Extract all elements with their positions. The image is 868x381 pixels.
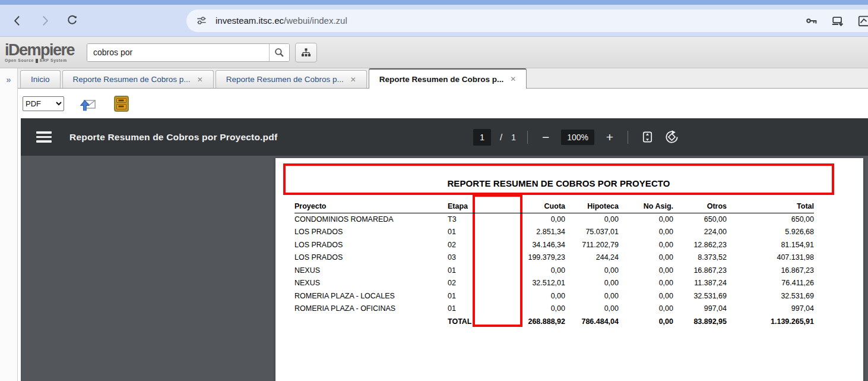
cell-hipoteca: 0,00 xyxy=(565,303,619,316)
cell-no-asig: 0,00 xyxy=(619,251,673,265)
close-icon[interactable]: ✕ xyxy=(197,75,203,84)
pdf-canvas-area[interactable]: REPORTE RESUMEN DE COBROS POR PROYECTO P… xyxy=(21,156,868,381)
fit-page-button[interactable] xyxy=(639,130,655,145)
browser-tab-strip xyxy=(0,0,868,5)
export-format-select[interactable]: PDF xyxy=(23,96,64,111)
col-header-empty xyxy=(473,200,524,213)
col-header-etapa: Etapa xyxy=(448,200,473,213)
table-row: LOS PRADOS 02 34.146,34 711.202,79 0,00 … xyxy=(294,238,814,251)
search-button[interactable] xyxy=(269,44,289,61)
cell-etapa: 02 xyxy=(448,277,473,290)
col-header-hipoteca: Hipoteca xyxy=(565,200,619,213)
tab-label: Inicio xyxy=(31,75,50,84)
zoom-out-button[interactable]: − xyxy=(539,131,552,143)
cell-total: 32.531,69 xyxy=(727,289,814,303)
cell-empty xyxy=(473,315,524,328)
rotate-button[interactable] xyxy=(664,130,679,145)
pdf-controls: / 1 − 100% + xyxy=(473,129,679,146)
cell-total: 5.926,68 xyxy=(727,226,814,239)
cell-empty xyxy=(473,264,524,277)
archive-button[interactable] xyxy=(112,95,131,112)
cell-hipoteca: 0,00 xyxy=(565,289,619,303)
table-row: NEXUS 01 0,00 0,00 0,00 16.867,23 16.867… xyxy=(294,264,814,277)
cell-proyecto: CONDOMINIOS ROMAREDA xyxy=(294,213,448,226)
col-header-total: Total xyxy=(727,200,814,213)
url-bar[interactable]: investeam.itsc.ec/webui/index.zul xyxy=(186,10,868,32)
tab-label: Reporte Resumen de Cobros p... xyxy=(379,75,503,84)
cell-otros: 11.387,24 xyxy=(673,277,727,290)
page-number-input[interactable] xyxy=(473,129,491,146)
send-mail-icon xyxy=(79,96,97,112)
reload-button[interactable] xyxy=(65,14,78,27)
tab-reporte-3-active[interactable]: Reporte Resumen de Cobros p... ✕ xyxy=(369,68,527,89)
cell-etapa: 01 xyxy=(448,226,473,239)
report-title: REPORTE RESUMEN DE COBROS POR PROYECTO xyxy=(447,178,670,188)
col-header-no-asig: No Asig. xyxy=(619,200,673,213)
cell-cuota: 0,00 xyxy=(524,213,565,226)
cell-total: 650,00 xyxy=(727,213,814,226)
tab-reporte-2[interactable]: Reporte Resumen de Cobros p... ✕ xyxy=(216,70,367,88)
cell-proyecto: ROMERIA PLAZA - OFICINAS xyxy=(294,303,448,316)
cell-etapa: 03 xyxy=(448,251,473,265)
cell-proyecto: NEXUS xyxy=(294,277,448,290)
pdf-toolbar: Reporte Resumen de Cobros por Proyecto.p… xyxy=(21,118,868,156)
col-header-otros: Otros xyxy=(673,200,727,213)
cell-etapa: 01 xyxy=(448,289,473,303)
cell-cuota: 0,00 xyxy=(524,289,565,303)
divider xyxy=(527,131,528,144)
key-icon[interactable] xyxy=(805,14,818,27)
cell-cuota: 0,00 xyxy=(524,264,565,277)
cell-otros: 224,00 xyxy=(673,226,727,239)
table-row: ROMERIA PLAZA - OFICINAS 01 0,00 0,00 0,… xyxy=(294,303,814,316)
cell-otros: 32.531,69 xyxy=(673,289,727,303)
pdf-menu-button[interactable] xyxy=(36,131,52,143)
url-domain: investeam.itsc.ec xyxy=(216,15,284,26)
cell-otros: 12.862,23 xyxy=(673,238,727,251)
tab-reporte-1[interactable]: Reporte Resumen de Cobros p... ✕ xyxy=(62,70,214,88)
cell-empty xyxy=(294,315,448,328)
col-header-cuota: Cuota xyxy=(524,200,565,213)
page-separator: / xyxy=(500,132,502,142)
idempiere-logo: iDempiere Open Source ERP System xyxy=(5,42,82,63)
cell-cuota: 0,00 xyxy=(524,303,565,316)
send-mail-button[interactable] xyxy=(78,95,97,112)
cell-etapa: T3 xyxy=(448,213,473,226)
cell-proyecto: LOS PRADOS xyxy=(294,251,448,265)
cell-etapa: 01 xyxy=(448,264,473,277)
close-icon[interactable]: ✕ xyxy=(510,75,516,83)
table-row: CONDOMINIOS ROMAREDA T3 0,00 0,00 0,00 6… xyxy=(294,213,814,226)
cell-cuota: 199.379,23 xyxy=(524,251,565,265)
zoom-in-button[interactable]: + xyxy=(603,131,616,143)
cell-proyecto: NEXUS xyxy=(294,264,448,277)
tab-label: Reporte Resumen de Cobros p... xyxy=(73,75,191,84)
total-no-asig: 0,00 xyxy=(619,315,673,328)
search-input[interactable] xyxy=(87,44,269,61)
expand-sidebar-button[interactable]: » xyxy=(6,74,11,84)
back-button[interactable] xyxy=(11,14,24,27)
stats-icon[interactable] xyxy=(857,14,868,27)
site-settings-icon[interactable] xyxy=(196,15,207,26)
cell-hipoteca: 0,00 xyxy=(565,264,619,277)
logo-title: iDempiere xyxy=(5,42,82,58)
cell-total: 81.154,91 xyxy=(727,238,814,251)
save-to-device-icon[interactable] xyxy=(831,14,844,27)
menu-lookup-button[interactable] xyxy=(295,43,317,62)
cell-otros: 650,00 xyxy=(673,213,727,226)
report-toolbar: PDF xyxy=(18,89,868,118)
logo-divider xyxy=(36,59,38,63)
tab-bar: Inicio Reporte Resumen de Cobros p... ✕ … xyxy=(18,68,868,89)
cell-etapa: 01 xyxy=(448,303,473,316)
table-row: ROMERIA PLAZA - LOCALES 01 0,00 0,00 0,0… xyxy=(294,289,814,303)
close-icon[interactable]: ✕ xyxy=(350,75,356,84)
cell-total: 16.867,23 xyxy=(727,264,814,277)
cell-empty xyxy=(473,226,524,239)
archive-icon xyxy=(114,96,129,112)
tab-inicio[interactable]: Inicio xyxy=(20,70,61,88)
cell-cuota: 32.512,01 xyxy=(524,277,565,290)
table-row: LOS PRADOS 03 199.379,23 244,24 0,00 8.3… xyxy=(294,251,814,265)
hamburger-icon xyxy=(36,131,52,134)
logo-subtitle-right: ERP System xyxy=(40,59,67,63)
cell-empty xyxy=(473,303,524,316)
forward-button[interactable] xyxy=(38,14,51,27)
reload-icon xyxy=(66,14,78,27)
